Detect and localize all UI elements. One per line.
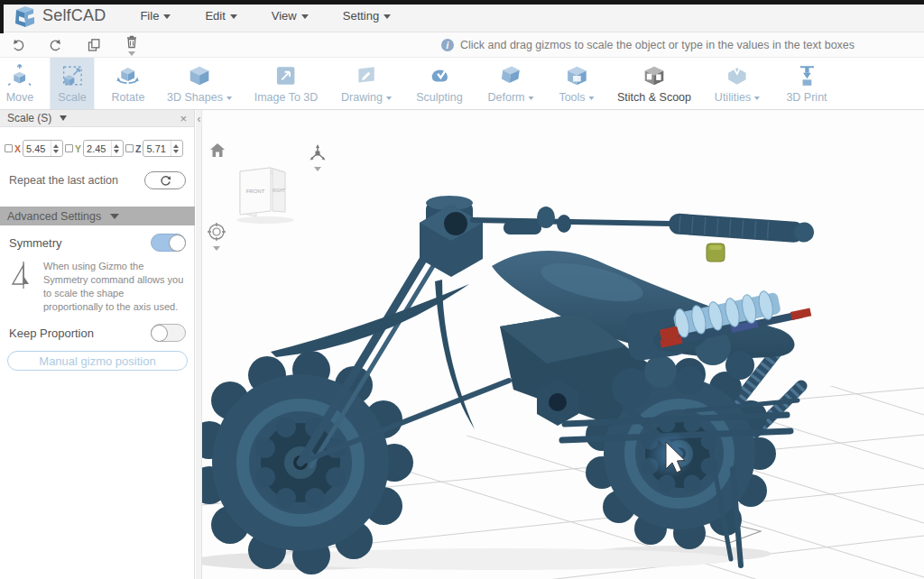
shapes-cube-icon bbox=[188, 64, 211, 87]
keep-proportion-toggle[interactable] bbox=[151, 324, 186, 342]
axis-group-y: Y bbox=[65, 140, 124, 157]
drawing-icon bbox=[355, 64, 378, 87]
hint-message: i Click and drag gizmos to scale the obj… bbox=[441, 32, 855, 58]
chevron-down-icon bbox=[528, 96, 533, 100]
chevron-down-icon bbox=[589, 96, 595, 100]
symmetry-help-text: When using Gizmo the Symmetry command al… bbox=[43, 260, 186, 313]
z-axis-label: Z bbox=[135, 143, 141, 154]
chevron-down-icon bbox=[213, 246, 220, 251]
chevron-down-icon bbox=[128, 51, 135, 56]
symmetry-row: Symmetry bbox=[9, 234, 186, 252]
viewport-3d[interactable]: FRONT RIGHT bbox=[202, 110, 924, 579]
tool-utilities[interactable]: Utilities bbox=[707, 58, 768, 109]
x-stepper[interactable] bbox=[51, 141, 60, 156]
undo-button[interactable] bbox=[11, 38, 25, 52]
quick-access-bar: i Click and drag gizmos to scale the obj… bbox=[0, 32, 924, 58]
handlebar bbox=[473, 207, 815, 244]
tool-3d-print[interactable]: 3D Print bbox=[778, 58, 835, 109]
keep-proportion-row: Keep Proportion bbox=[9, 324, 186, 342]
y-lock-checkbox[interactable] bbox=[65, 144, 73, 152]
utilities-icon bbox=[725, 64, 749, 87]
menu-file[interactable]: File bbox=[140, 9, 171, 23]
x-value-input[interactable] bbox=[23, 143, 51, 154]
z-stepper[interactable] bbox=[171, 141, 180, 156]
selfcad-logo-icon bbox=[13, 4, 37, 28]
chevron-down-icon bbox=[110, 214, 119, 219]
sculpting-icon bbox=[428, 64, 451, 87]
menu-bar: SelfCAD File Edit View Setting bbox=[0, 0, 924, 32]
tool-sculpting[interactable]: Sculpting bbox=[408, 58, 470, 109]
tool-deform[interactable]: Deform bbox=[480, 58, 542, 109]
chevron-down-icon bbox=[383, 14, 391, 19]
menu-edit[interactable]: Edit bbox=[205, 9, 236, 23]
x-axis-label: X bbox=[14, 143, 21, 154]
symmetry-toggle[interactable] bbox=[151, 234, 186, 252]
y-stepper[interactable] bbox=[111, 141, 121, 156]
chevron-down-icon bbox=[163, 14, 171, 19]
menu-setting[interactable]: Setting bbox=[343, 9, 391, 23]
delete-button[interactable] bbox=[125, 34, 139, 56]
repeat-action-button[interactable] bbox=[144, 171, 186, 189]
view-cube[interactable]: FRONT RIGHT bbox=[229, 157, 301, 231]
z-value-box bbox=[143, 140, 183, 157]
move-icon bbox=[8, 64, 32, 87]
tool-image-to-3d[interactable]: Image To 3D bbox=[246, 58, 327, 109]
chevron-down-icon bbox=[314, 167, 321, 171]
stitch-scoop-icon bbox=[642, 64, 666, 87]
z-lock-checkbox[interactable] bbox=[125, 144, 134, 152]
tool-stitch-scoop[interactable]: Stitch & Scoop bbox=[609, 58, 699, 109]
axis-gizmo-button[interactable] bbox=[309, 144, 327, 171]
axis-inputs-row: X Y Z bbox=[5, 140, 185, 157]
scale-panel-header[interactable]: Scale (S) × bbox=[0, 110, 194, 127]
orbit-view-button[interactable] bbox=[207, 222, 226, 251]
panel-title: Scale (S) bbox=[7, 112, 51, 124]
scene-canvas bbox=[202, 110, 924, 579]
main-toolbar: Move Scale Rotate 3D Shapes Image To 3D bbox=[0, 58, 924, 110]
tools-icon bbox=[565, 64, 588, 87]
panel-collapse-strip bbox=[196, 110, 202, 579]
repeat-action-row: Repeat the last action bbox=[9, 171, 186, 189]
redo-button[interactable] bbox=[49, 38, 63, 52]
tool-drawing[interactable]: Drawing bbox=[333, 58, 400, 109]
view-cube-front-label[interactable]: FRONT bbox=[246, 188, 265, 194]
window-frame-top bbox=[0, 0, 924, 5]
image-to-3d-icon bbox=[274, 64, 298, 87]
advanced-settings-bar[interactable]: Advanced Settings bbox=[0, 207, 195, 225]
y-value-box bbox=[83, 140, 124, 157]
tool-scale[interactable]: Scale bbox=[50, 58, 94, 109]
manual-gizmo-position-button[interactable]: Manual gizmo position bbox=[7, 351, 188, 371]
symmetry-help: When using Gizmo the Symmetry command al… bbox=[7, 260, 188, 313]
close-panel-button[interactable]: × bbox=[180, 113, 187, 124]
logo-text: SelfCAD bbox=[42, 6, 106, 25]
chevron-down-icon bbox=[301, 14, 309, 19]
info-icon: i bbox=[441, 39, 454, 51]
x-value-box bbox=[23, 140, 63, 157]
repeat-action-label: Repeat the last action bbox=[9, 174, 118, 187]
refresh-icon bbox=[160, 175, 171, 187]
y-axis-label: Y bbox=[75, 143, 81, 154]
hint-text: Click and drag gizmos to scale the objec… bbox=[460, 39, 855, 51]
z-value-input[interactable] bbox=[143, 143, 171, 154]
selfcad-logo[interactable]: SelfCAD bbox=[13, 4, 106, 28]
copy-button[interactable] bbox=[87, 38, 101, 52]
y-value-input[interactable] bbox=[84, 143, 111, 154]
scale-panel: Scale (S) × X Y Z bbox=[0, 110, 195, 579]
symmetry-label: Symmetry bbox=[9, 236, 62, 250]
window-frame-left bbox=[0, 0, 4, 33]
chevron-down-icon bbox=[230, 14, 237, 19]
home-view-button[interactable] bbox=[209, 142, 226, 161]
scale-icon bbox=[60, 64, 84, 87]
steering-head bbox=[420, 196, 483, 277]
tool-rotate[interactable]: Rotate bbox=[104, 58, 153, 109]
tool-move[interactable]: Move bbox=[0, 58, 42, 109]
x-lock-checkbox[interactable] bbox=[5, 144, 13, 152]
rotate-icon bbox=[116, 64, 140, 87]
view-cube-right-label[interactable]: RIGHT bbox=[273, 188, 285, 193]
tool-tools[interactable]: Tools bbox=[550, 58, 602, 109]
tool-3d-shapes[interactable]: 3D Shapes bbox=[159, 58, 240, 109]
print-icon bbox=[795, 64, 818, 87]
symmetry-icon bbox=[7, 260, 34, 290]
collapse-caret-icon bbox=[60, 115, 67, 121]
floating-green-cube[interactable] bbox=[707, 244, 725, 262]
menu-view[interactable]: View bbox=[272, 9, 309, 23]
